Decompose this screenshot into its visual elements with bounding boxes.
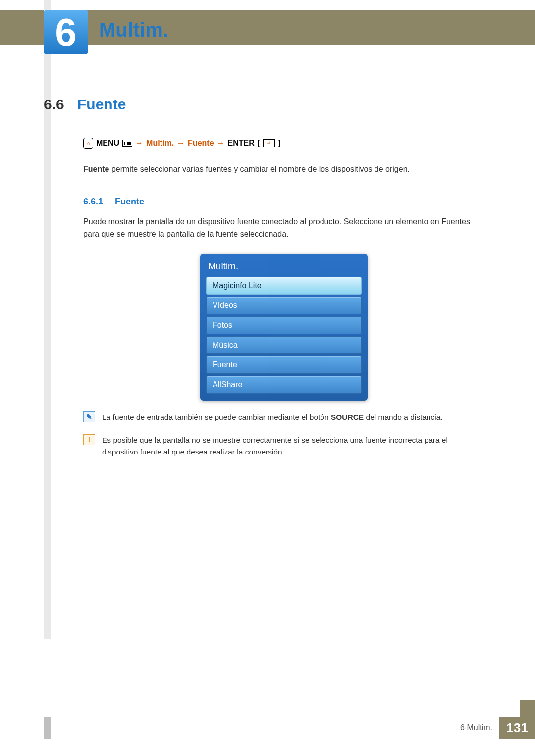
nav-menu-label: MENU [96,139,119,148]
subsection-number: 6.6.1 [83,197,115,207]
intro-text: permite seleccionar varias fuentes y cam… [111,165,410,173]
nav-bracket: [ [258,139,260,148]
footer-chapter-label: 6 Multim. [460,723,492,732]
section-heading: 6.6 Fuente [44,96,484,113]
section-title: Fuente [77,96,126,113]
chapter-title: Multim. [99,19,168,41]
menu-item[interactable]: Música [206,336,362,354]
remote-icon: ⌂ [83,138,93,149]
enter-icon: ↵ [263,139,275,147]
menu-panel-title: Multim. [206,261,362,277]
nav-bracket: ] [278,139,280,148]
subsection-intro: Puede mostrar la pantalla de un disposit… [83,216,484,241]
footer-right-stripe [520,700,535,721]
note-warn-icon: ! [83,434,95,445]
menu-item[interactable]: AllShare [206,376,362,394]
nav-arrow: → [217,139,225,148]
menu-item[interactable]: Magicinfo Lite [206,277,362,295]
subsection-title: Fuente [115,197,144,207]
nav-enter-label: ENTER [228,139,255,148]
nav-arrow: → [135,139,143,148]
note-info-text: La fuente de entrada también se puede ca… [102,411,443,423]
note-info-icon: ✎ [83,411,95,422]
nav-seg-fuente: Fuente [188,139,214,148]
chapter-number-block: 6 [44,10,88,54]
subsection-heading: 6.6.1 Fuente [83,197,484,207]
note-warn-text: Es posible que la pantalla no se muestre… [102,434,484,458]
onscreen-menu-panel: Multim. Magicinfo Lite Vídeos Fotos Músi… [200,254,368,401]
note-info-row: ✎ La fuente de entrada también se puede … [83,411,484,423]
note-warn-row: ! Es posible que la pantalla no se muest… [83,434,484,458]
menu-item[interactable]: Fuente [206,356,362,374]
intro-bold: Fuente [83,165,109,173]
menu-icon [122,140,132,147]
menu-item[interactable]: Vídeos [206,297,362,314]
nav-arrow: → [177,139,185,148]
menu-item[interactable]: Fotos [206,316,362,334]
section-number: 6.6 [44,96,77,113]
footer-bar: 6 Multim. 131 [0,717,535,739]
nav-seg-multim: Multim. [146,139,174,148]
menu-navigation-path: ⌂ MENU → Multim. → Fuente → ENTER [ ↵ ] [83,138,484,149]
